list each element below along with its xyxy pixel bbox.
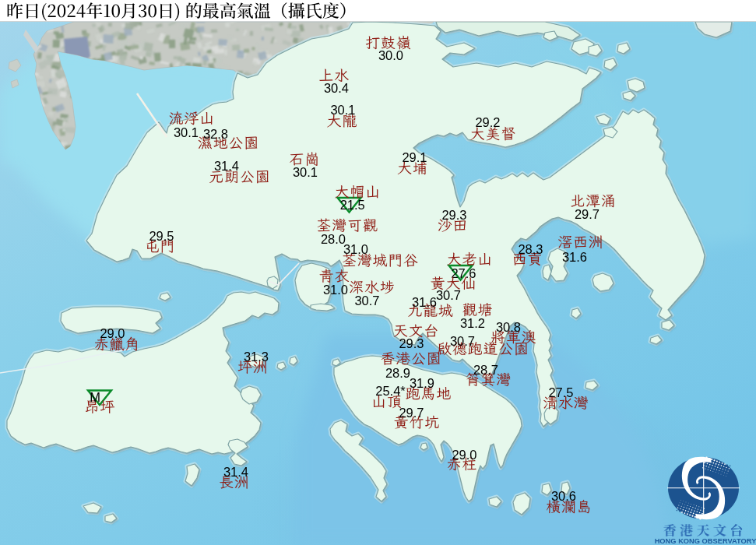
svg-text:31.2: 31.2: [460, 316, 485, 330]
svg-text:32.8: 32.8: [203, 127, 228, 141]
svg-text:31.6: 31.6: [562, 250, 587, 264]
svg-text:29.3: 29.3: [441, 208, 466, 222]
svg-text:27.5: 27.5: [548, 385, 573, 399]
svg-text:31.0: 31.0: [323, 283, 348, 297]
svg-text:31.3: 31.3: [244, 350, 269, 364]
svg-text:29.2: 29.2: [475, 115, 500, 129]
svg-text:30.1: 30.1: [293, 165, 318, 179]
svg-text:HONG KONG OBSERVATORY: HONG KONG OBSERVATORY: [655, 537, 756, 545]
svg-text:30.6: 30.6: [551, 489, 576, 503]
svg-text:28.9: 28.9: [385, 366, 410, 380]
svg-text:30.7: 30.7: [436, 288, 461, 302]
svg-text:30.7: 30.7: [450, 334, 475, 348]
svg-text:29.7: 29.7: [399, 406, 424, 420]
svg-text:31.0: 31.0: [343, 242, 368, 256]
svg-text:30.8: 30.8: [496, 320, 521, 334]
svg-text:31.4: 31.4: [214, 159, 239, 173]
svg-text:30.1: 30.1: [174, 125, 199, 139]
svg-text:25.4*: 25.4*: [375, 384, 406, 398]
svg-text:29.3: 29.3: [399, 336, 424, 350]
svg-text:28.7: 28.7: [473, 363, 498, 377]
svg-text:30.4: 30.4: [324, 81, 349, 95]
svg-text:29.0: 29.0: [100, 326, 125, 340]
svg-text:30.1: 30.1: [330, 103, 355, 117]
svg-text:29.1: 29.1: [402, 150, 427, 164]
svg-text:28.3: 28.3: [518, 242, 543, 256]
svg-text:29.5: 29.5: [149, 229, 174, 243]
svg-text:27.6: 27.6: [451, 266, 476, 280]
svg-text:31.9: 31.9: [410, 376, 434, 390]
svg-text:30.0: 30.0: [378, 48, 403, 62]
svg-text:28.0: 28.0: [321, 232, 346, 246]
svg-text:31.6: 31.6: [412, 295, 437, 309]
svg-text:M: M: [90, 390, 100, 404]
svg-text:21.5: 21.5: [340, 198, 365, 212]
svg-text:30.7: 30.7: [354, 294, 379, 308]
svg-text:31.4: 31.4: [223, 465, 248, 479]
svg-text:29.7: 29.7: [575, 207, 600, 221]
svg-text:29.0: 29.0: [452, 448, 476, 462]
